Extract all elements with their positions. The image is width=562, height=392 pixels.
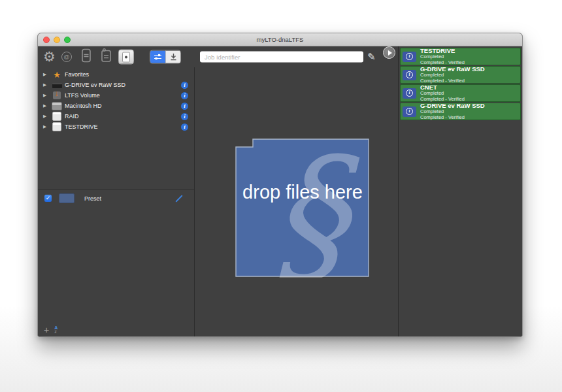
- verify-sliders-segment[interactable]: [150, 51, 165, 63]
- add-preset-button[interactable]: +: [44, 326, 49, 334]
- disclosure-triangle-icon[interactable]: ▶: [43, 93, 50, 98]
- mode-segmented-control: [150, 50, 181, 64]
- edit-pen-icon[interactable]: ✎: [367, 51, 376, 63]
- sort-az-icon[interactable]: A z: [54, 326, 58, 334]
- job-info-icon[interactable]: i: [403, 52, 416, 62]
- start-job-play-button[interactable]: [383, 46, 395, 59]
- job-status-2: Completed - Verified: [420, 60, 465, 66]
- sidebar-footer: + A z: [38, 326, 194, 336]
- tree-item-label: TESTDRIVE: [65, 123, 98, 130]
- tree-item-label: G-DRIVE ev RaW SSD: [65, 82, 125, 88]
- tree-item-label: Favorites: [65, 71, 89, 78]
- window-title: myLTO-dnaLTFS: [38, 36, 522, 43]
- drive-slab-icon: [122, 52, 130, 62]
- disclosure-triangle-icon[interactable]: ▶: [43, 72, 50, 77]
- completed-jobs-panel: i TESTDRIVE Completed Completed - Verifi…: [398, 46, 522, 336]
- star-icon: ★: [53, 71, 61, 79]
- settings-gear-icon[interactable]: ⚙: [43, 50, 56, 63]
- tree-item-label: Macintosh HD: [65, 103, 102, 109]
- preset-row[interactable]: ✓ Preset: [38, 189, 194, 203]
- tree-row[interactable]: ▶ RAID i: [38, 111, 194, 122]
- job-status-2: Completed - Verified: [420, 97, 465, 103]
- preset-color-swatch[interactable]: [59, 193, 74, 203]
- download-segment[interactable]: [165, 51, 180, 63]
- toolbar: ⚙ @: [38, 46, 398, 67]
- preset-checkbox[interactable]: ✓: [44, 195, 52, 202]
- sliders-icon: [154, 54, 162, 61]
- sort-z-glyph: z: [54, 329, 57, 334]
- download-icon: [169, 53, 178, 61]
- drive-eject-button[interactable]: [118, 50, 134, 65]
- disclosure-triangle-icon[interactable]: ▶: [43, 124, 50, 129]
- job-entry[interactable]: i CNET Completed Completed - Verified: [400, 84, 521, 102]
- internal-drive-icon: [52, 102, 62, 110]
- job-identifier-input[interactable]: [200, 52, 363, 63]
- tape-drive-icon[interactable]: [81, 48, 91, 65]
- info-icon[interactable]: i: [181, 82, 188, 89]
- job-entry[interactable]: i TESTDRIVE Completed Completed - Verifi…: [400, 48, 521, 65]
- white-drive-icon: [52, 122, 61, 131]
- info-icon[interactable]: i: [181, 92, 188, 99]
- white-drive-icon: [52, 112, 61, 121]
- preset-edit-pencil-icon[interactable]: [175, 195, 182, 202]
- info-icon[interactable]: i: [181, 103, 188, 110]
- disclosure-triangle-icon[interactable]: ▶: [43, 103, 50, 108]
- job-entry[interactable]: i G-DRIVE ev RaW SSD Completed Completed…: [400, 103, 521, 120]
- dna-swirl-logo: §: [270, 138, 360, 278]
- titlebar[interactable]: myLTO-dnaLTFS: [38, 33, 522, 46]
- job-info-icon[interactable]: i: [403, 106, 416, 117]
- job-entry[interactable]: i G-DRIVE ev RaW SSD Completed Completed…: [400, 66, 521, 84]
- catalog-cartridge-icon[interactable]: [101, 48, 112, 65]
- tree-row[interactable]: ▶ Macintosh HD i: [38, 101, 194, 111]
- tree-row[interactable]: ▶ TESTDRIVE i: [38, 122, 194, 132]
- job-info-icon[interactable]: i: [403, 88, 416, 99]
- tree-item-label: LTFS Volume: [65, 92, 100, 99]
- ltfs-tape-icon: [53, 91, 61, 99]
- volume-tree: ▶ ★ Favorites i ▶ G-DRIVE ev RaW SSD i ▶…: [38, 67, 194, 189]
- drop-files-target[interactable]: § drop files here: [235, 138, 370, 280]
- tree-row[interactable]: ▶ LTFS Volume i: [38, 90, 194, 101]
- tree-row[interactable]: ▶ G-DRIVE ev RaW SSD i: [38, 80, 194, 90]
- about-at-icon[interactable]: @: [61, 52, 72, 62]
- tree-row[interactable]: ▶ ★ Favorites i: [38, 69, 194, 80]
- disclosure-triangle-icon[interactable]: ▶: [43, 82, 50, 88]
- job-status-2: Completed - Verified: [420, 78, 485, 84]
- tree-item-label: RAID: [65, 113, 79, 120]
- info-icon[interactable]: i: [181, 123, 188, 131]
- info-icon[interactable]: i: [181, 113, 188, 120]
- preset-label: Preset: [84, 195, 101, 202]
- disclosure-triangle-icon[interactable]: ▶: [43, 114, 50, 119]
- app-window: myLTO-dnaLTFS ⚙ @: [37, 33, 523, 337]
- job-info-icon[interactable]: i: [403, 70, 416, 80]
- dropzone-label: drop files here: [242, 182, 363, 203]
- external-drive-icon: [52, 84, 62, 88]
- sidebar: ▶ ★ Favorites i ▶ G-DRIVE ev RaW SSD i ▶…: [38, 67, 195, 336]
- job-status-2: Completed - Verified: [420, 115, 485, 121]
- center-area: § drop files here: [195, 67, 398, 336]
